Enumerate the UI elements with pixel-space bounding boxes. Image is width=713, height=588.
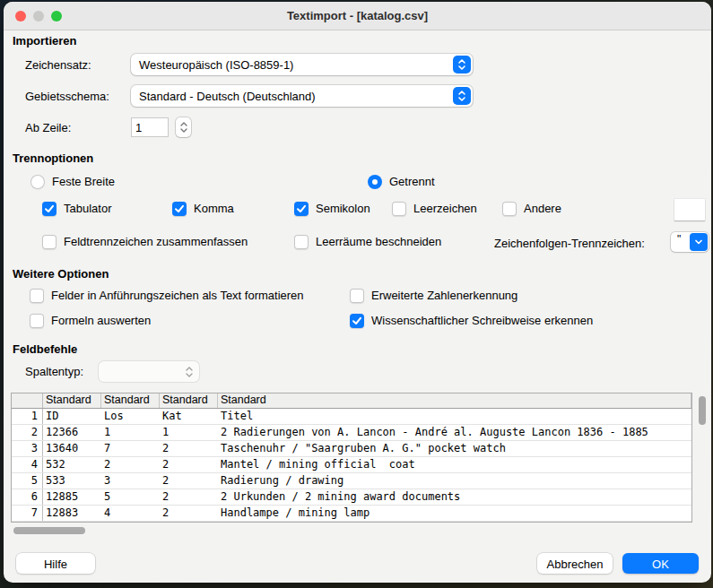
corner-header-cell — [12, 393, 43, 408]
cell: 7 — [101, 441, 160, 456]
cell: 12883 — [43, 506, 101, 521]
cell: 2 — [160, 473, 218, 489]
cell: 1 — [101, 425, 160, 440]
table-row[interactable]: 2 12366 1 1 2 Radierungen von A. Lancon … — [12, 425, 691, 441]
charset-select[interactable]: Westeuropäisch (ISO-8859-1) — [131, 54, 473, 75]
row-number: 5 — [12, 473, 43, 489]
row-number: 8 — [12, 522, 43, 523]
checkbox-label: Komma — [194, 202, 234, 215]
radio-circle — [30, 175, 45, 189]
cell: 2 — [160, 506, 218, 521]
checkbox-tabulator[interactable]: Tabulator — [42, 201, 111, 216]
chevron-updown-icon — [453, 56, 471, 74]
checkbox-leerraeume-beschneiden[interactable]: Leerräume beschneiden — [294, 234, 441, 249]
checkbox-leerzeichen[interactable]: Leerzeichen — [392, 201, 477, 216]
horizontal-scrollbar-thumb[interactable] — [13, 527, 85, 534]
cell: 6 — [101, 522, 160, 523]
cell: 2 Radierungen von A. Lancon - André al. … — [218, 425, 691, 440]
cell: 532 — [43, 457, 101, 472]
table-header-row[interactable]: Standard Standard Standard Standard — [12, 393, 691, 409]
vertical-scrollbar-thumb[interactable] — [699, 396, 706, 425]
column-header[interactable]: Standard — [160, 393, 218, 408]
radio-label: Getrennt — [389, 175, 435, 188]
chevron-updown-icon — [453, 87, 471, 105]
chevron-updown-icon — [185, 366, 194, 378]
checkbox-komma[interactable]: Komma — [172, 201, 234, 216]
checkbox-box — [30, 289, 44, 303]
table-body: 1 ID Los Kat Titel 2 12366 1 1 2 Radieru… — [12, 409, 691, 523]
table-row[interactable]: 3 13640 7 2 Taschenuhr / "Saargruben A. … — [12, 441, 691, 457]
checkbox-felder-als-text[interactable]: Felder in Anführungszeichen als Text for… — [30, 288, 304, 303]
cell: 12885 — [43, 489, 101, 505]
cell: 3 — [101, 473, 160, 489]
radio-getrennt[interactable]: Getrennt — [368, 174, 435, 189]
cell: Handlampe / mining lamp — [218, 506, 691, 521]
cell: 13314 — [43, 522, 101, 523]
table-row[interactable]: 6 12885 5 2 2 Urkunden / 2 mining award … — [12, 489, 691, 506]
string-delimiter-label: Zeichenfolgen-Trennzeichen: — [494, 237, 645, 250]
checkbox-andere[interactable]: Andere — [502, 201, 561, 216]
checkbox-label: Leerräume beschneiden — [316, 235, 441, 248]
radio-feste-breite[interactable]: Feste Breite — [30, 174, 115, 189]
checkbox-label: Andere — [524, 202, 561, 215]
title-bar[interactable]: Textimport - [katalog.csv] — [4, 2, 711, 30]
checkbox-box — [294, 235, 309, 249]
from-row-stepper[interactable] — [176, 117, 191, 137]
charset-label: Zeichensatz: — [25, 58, 91, 72]
checkbox-semikolon[interactable]: Semikolon — [294, 201, 370, 216]
table-row[interactable]: 8 13314 6 2 Bierkrug / beer glas — [12, 522, 691, 523]
radio-label: Feste Breite — [52, 175, 115, 188]
help-button[interactable]: Hilfe — [16, 553, 95, 574]
checkbox-feldtrennzeichen-zusammenfassen[interactable]: Feldtrennzeichen zusammenfassen — [42, 234, 248, 249]
table-row[interactable]: 4 532 2 2 Mantel / mining official coat — [12, 457, 691, 473]
checkbox-wissenschaftliche-schreibweise[interactable]: Wissenschaftlicher Schreibweise erkennen — [350, 313, 593, 328]
cancel-button[interactable]: Abbrechen — [537, 553, 613, 574]
checkbox-label: Wissenschaftlicher Schreibweise erkennen — [371, 314, 593, 327]
csv-preview-table[interactable]: Standard Standard Standard Standard 1 ID… — [11, 393, 692, 523]
checkbox-formeln-auswerten[interactable]: Formeln auswerten — [30, 313, 151, 328]
table-row[interactable]: 7 12883 4 2 Handlampe / mining lamp — [12, 506, 691, 522]
locale-select[interactable]: Standard - Deutsch (Deutschland) — [131, 85, 473, 107]
checkbox-label: Feldtrennzeichen zusammenfassen — [64, 235, 248, 248]
cell: Kat — [160, 409, 218, 424]
checkbox-box — [350, 289, 364, 303]
section-heading-feldbefehle: Feldbefehle — [13, 342, 77, 356]
locale-value: Standard - Deutsch (Deutschland) — [139, 90, 316, 103]
cell: Los — [101, 409, 160, 424]
table-row[interactable]: 1 ID Los Kat Titel — [12, 409, 691, 425]
table-row[interactable]: 5 533 3 2 Radierung / drawing — [12, 473, 691, 489]
cell: 2 — [160, 489, 218, 505]
column-header[interactable]: Standard — [218, 393, 691, 408]
section-heading-importieren: Importieren — [13, 34, 77, 48]
ok-button[interactable]: OK — [622, 553, 699, 574]
row-number: 3 — [12, 441, 43, 456]
cell: 1 — [160, 425, 218, 440]
checkbox-label: Semikolon — [316, 202, 370, 215]
row-number: 7 — [12, 506, 43, 521]
checkbox-box — [502, 202, 517, 216]
from-row-input[interactable] — [131, 117, 169, 137]
cell: ID — [43, 409, 101, 424]
checkbox-erweiterte-zahlenerkennung[interactable]: Erweiterte Zahlenerkennung — [350, 288, 517, 303]
checkbox-label: Erweiterte Zahlenerkennung — [371, 289, 517, 302]
column-header[interactable]: Standard — [43, 393, 101, 408]
locale-label: Gebietsschema: — [25, 90, 109, 103]
checkbox-box — [30, 314, 44, 328]
section-heading-trennoptionen: Trennoptionen — [13, 151, 93, 165]
string-delimiter-value: " — [677, 233, 681, 246]
other-separator-input[interactable] — [674, 199, 705, 220]
radio-circle — [368, 175, 382, 189]
checkbox-box — [350, 314, 364, 328]
checkbox-label: Tabulator — [64, 202, 111, 215]
from-row-label: Ab Zeile: — [25, 121, 71, 134]
window-title: Textimport - [katalog.csv] — [4, 2, 711, 30]
row-number: 1 — [12, 409, 43, 424]
cell: 2 — [160, 441, 218, 456]
string-delimiter-combo[interactable]: " — [671, 232, 709, 252]
cell: 2 Urkunden / 2 mining award documents — [218, 489, 691, 505]
vertical-scrollbar[interactable] — [696, 393, 709, 523]
checkbox-label: Leerzeichen — [413, 202, 477, 215]
column-header[interactable]: Standard — [101, 393, 160, 408]
textimport-dialog: Textimport - [katalog.csv] Importieren Z… — [4, 2, 711, 583]
cell: 2 — [101, 457, 160, 472]
